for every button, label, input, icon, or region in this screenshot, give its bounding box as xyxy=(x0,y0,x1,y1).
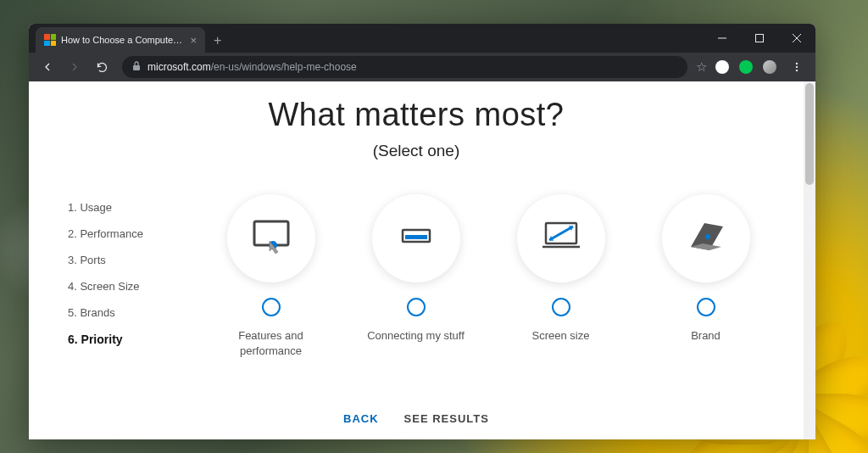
wizard-steps-nav: 1. Usage 2. Performance 3. Ports 4. Scre… xyxy=(29,194,173,359)
radio-icon xyxy=(552,298,570,316)
url-text: microsoft.com/en-us/windows/help-me-choo… xyxy=(147,61,357,73)
title-bar: How to Choose a Computer: Fin × + xyxy=(29,24,815,53)
option-connecting-stuff[interactable]: Connecting my stuff xyxy=(353,194,480,359)
radio-icon xyxy=(262,298,281,316)
profile-avatar[interactable] xyxy=(763,60,776,74)
page-subheading: (Select one) xyxy=(29,142,804,160)
option-label: Connecting my stuff xyxy=(367,328,465,344)
minimize-button[interactable] xyxy=(704,24,741,53)
scrollbar-track[interactable] xyxy=(804,81,815,439)
sidebar-item-usage[interactable]: 1. Usage xyxy=(68,194,173,221)
browser-tab[interactable]: How to Choose a Computer: Fin × xyxy=(36,27,205,53)
bookmark-star-icon[interactable]: ☆ xyxy=(696,59,707,75)
port-slot-icon xyxy=(392,213,440,264)
svg-rect-11 xyxy=(405,235,427,239)
menu-button[interactable] xyxy=(785,55,809,79)
browser-window: How to Choose a Computer: Fin × + xyxy=(29,24,815,439)
sidebar-item-brands[interactable]: 5. Brands xyxy=(68,299,173,326)
svg-point-16 xyxy=(705,234,710,239)
extension-icon-1[interactable] xyxy=(715,60,729,74)
priority-options: Features and performance xyxy=(173,194,804,359)
extension-icon-2[interactable] xyxy=(739,60,753,74)
option-brand[interactable]: Brand xyxy=(643,194,770,359)
sidebar-item-screen-size[interactable]: 4. Screen Size xyxy=(68,273,173,299)
option-screen-size[interactable]: Screen size xyxy=(498,194,625,359)
option-label: Screen size xyxy=(532,328,590,344)
page-heading: What matters most? xyxy=(29,97,804,133)
svg-point-7 xyxy=(796,70,798,71)
screen-diagonal-icon xyxy=(537,213,585,264)
svg-point-5 xyxy=(796,63,798,64)
close-tab-icon[interactable]: × xyxy=(190,34,197,47)
url-field[interactable]: microsoft.com/en-us/windows/help-me-choo… xyxy=(122,56,687,78)
option-label: Features and performance xyxy=(208,328,335,359)
forward-button[interactable] xyxy=(63,55,86,79)
option-label: Brand xyxy=(691,328,721,344)
page-viewport: What matters most? (Select one) 1. Usage… xyxy=(29,81,815,439)
svg-rect-1 xyxy=(756,35,764,42)
new-tab-button[interactable]: + xyxy=(205,29,230,53)
reload-button[interactable] xyxy=(90,55,114,79)
tab-title: How to Choose a Computer: Fin xyxy=(61,35,185,45)
close-window-button[interactable] xyxy=(778,24,815,53)
wizard-actions: BACK SEE RESULTS xyxy=(29,413,804,425)
back-button[interactable] xyxy=(36,55,59,79)
sidebar-item-ports[interactable]: 3. Ports xyxy=(68,247,173,273)
touch-device-icon xyxy=(248,213,295,264)
see-results-link[interactable]: SEE RESULTS xyxy=(404,413,489,425)
maximize-button[interactable] xyxy=(741,24,778,53)
microsoft-favicon xyxy=(44,34,56,46)
option-features-performance[interactable]: Features and performance xyxy=(208,194,335,359)
sidebar-item-priority[interactable]: 6. Priority xyxy=(68,326,173,353)
radio-icon xyxy=(407,298,426,316)
svg-point-6 xyxy=(796,66,798,68)
lock-icon xyxy=(132,61,141,73)
svg-rect-4 xyxy=(133,65,140,70)
svg-line-13 xyxy=(549,226,573,240)
address-bar: microsoft.com/en-us/windows/help-me-choo… xyxy=(29,53,815,81)
radio-icon xyxy=(697,298,715,316)
back-link[interactable]: BACK xyxy=(343,413,379,425)
laptop-icon xyxy=(681,211,732,266)
sidebar-item-performance[interactable]: 2. Performance xyxy=(68,221,173,247)
scrollbar-thumb[interactable] xyxy=(805,83,814,185)
